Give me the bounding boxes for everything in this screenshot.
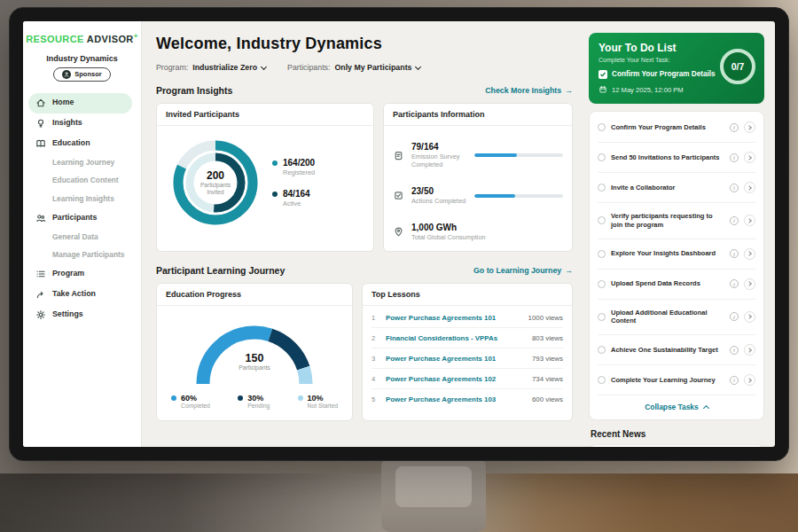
info-icon[interactable]: i <box>730 216 739 225</box>
info-icon[interactable]: i <box>730 346 739 355</box>
sidebar-item-education-content[interactable]: Education Content <box>23 172 141 190</box>
info-icon[interactable]: i <box>730 184 739 192</box>
insights-icon <box>35 118 46 129</box>
chevron-right-icon[interactable] <box>744 278 755 290</box>
task-row-upload-spend-data-records[interactable]: Upload Spend Data Recordsi <box>598 270 755 300</box>
sidebar-item-take-action[interactable]: Take Action <box>23 285 141 305</box>
task-row-explore-your-insights-dashboard[interactable]: Explore Your Insights Dashboardi <box>598 239 755 270</box>
filter-dropdown-program[interactable]: Industrialize Zero <box>192 63 266 72</box>
legend-dot <box>272 192 278 197</box>
arrow-right-icon: → <box>565 266 573 275</box>
donut-center-label: Participants Invited <box>192 182 239 197</box>
info-icon[interactable]: i <box>730 376 739 385</box>
chevron-right-icon[interactable] <box>744 344 755 356</box>
task-row-achieve-one-sustainability-target[interactable]: Achieve One Sustainability Targeti <box>598 335 755 365</box>
lesson-views: 793 views <box>532 355 563 363</box>
sidebar-item-label: Manage Participants <box>52 251 124 259</box>
todo-task-list-card: Confirm Your Program DetailsiSend 50 Inv… <box>589 111 764 420</box>
task-checkbox[interactable] <box>598 153 606 161</box>
recent-news-card-partial <box>589 444 764 447</box>
task-row-invite-a-collaborator[interactable]: Invite a Collaboratori <box>598 173 755 203</box>
legend-item-not-started: 10%Not Started <box>298 394 338 409</box>
info-icon[interactable]: i <box>730 153 739 162</box>
task-label: Explore Your Insights Dashboard <box>611 249 724 258</box>
checkbox-icon[interactable] <box>598 70 607 79</box>
todo-due-date: 12 May 2025, 12:00 PM <box>598 85 755 94</box>
task-label: Complete Your Learning Journey <box>611 376 724 385</box>
task-label: Send 50 Invitations to Participants <box>611 153 724 162</box>
chevron-right-icon[interactable] <box>744 311 755 323</box>
sidebar-item-general-data[interactable]: General Data <box>23 228 141 246</box>
info-icon[interactable]: i <box>730 123 739 132</box>
task-checkbox[interactable] <box>598 313 606 321</box>
section-title-program-insights: Program Insights <box>156 85 232 96</box>
todo-next-task[interactable]: Confirm Your Program Details <box>598 70 719 79</box>
legend-dot <box>272 160 278 166</box>
task-checkbox[interactable] <box>598 346 606 354</box>
participants-information-card: Participants Information 79/164Emission … <box>383 103 573 252</box>
lesson-link[interactable]: Power Purchase Agreements 101 <box>386 314 522 322</box>
chevron-right-icon[interactable] <box>744 121 755 133</box>
chevron-right-icon[interactable] <box>744 152 755 163</box>
sidebar-item-label: Learning Journey <box>52 159 114 167</box>
collapse-tasks-button[interactable]: Collapse Tasks <box>598 395 755 419</box>
task-label: Confirm Your Program Details <box>611 123 724 132</box>
lesson-row: 1Power Purchase Agreements 1011000 views <box>372 308 563 328</box>
take-action-icon <box>35 289 46 300</box>
task-row-send-50-invitations-to-participants[interactable]: Send 50 Invitations to Participantsi <box>598 143 755 173</box>
task-checkbox[interactable] <box>598 216 606 224</box>
lesson-views: 734 views <box>532 375 563 383</box>
lesson-views: 600 views <box>532 395 563 403</box>
legend-item-registered: 164/200Registered <box>272 158 315 176</box>
task-checkbox[interactable] <box>598 280 606 288</box>
lesson-views: 803 views <box>532 334 563 342</box>
sidebar-item-participants[interactable]: Participants <box>23 207 141 228</box>
monitor-stand <box>381 458 486 532</box>
sidebar-item-settings[interactable]: Settings <box>23 305 141 325</box>
task-checkbox[interactable] <box>598 376 606 384</box>
todo-panel: Your To Do List Complete Your Next Task:… <box>583 21 775 447</box>
task-checkbox[interactable] <box>598 250 606 258</box>
info-icon[interactable]: i <box>730 249 739 258</box>
task-row-complete-your-learning-journey[interactable]: Complete Your Learning Journeyi <box>598 365 755 395</box>
task-row-verify-participants-requesting-to-join-the-program[interactable]: Verify participants requesting to join t… <box>598 203 755 239</box>
go-to-learning-journey-link[interactable]: Go to Learning Journey → <box>473 266 573 275</box>
sidebar-item-program[interactable]: Program <box>23 264 141 285</box>
task-row-confirm-your-program-details[interactable]: Confirm Your Program Detailsi <box>598 113 755 143</box>
progress-bar <box>474 153 563 157</box>
chevron-right-icon[interactable] <box>744 248 755 260</box>
invited-legend: 164/200Registered84/164Active <box>272 158 315 207</box>
sidebar-item-education[interactable]: Education <box>23 134 141 154</box>
chevron-right-icon[interactable] <box>744 374 755 386</box>
progress-bar <box>474 194 563 198</box>
program-insights-section: Program Insights Check More Insights → <box>156 85 573 96</box>
sidebar-item-label: Learning Insights <box>52 195 114 203</box>
sidebar-item-home[interactable]: Home <box>28 93 132 113</box>
lesson-link[interactable]: Power Purchase Agreements 102 <box>386 375 526 383</box>
checklist-icon <box>393 190 404 201</box>
info-icon[interactable]: i <box>730 312 739 321</box>
education-progress-card: Education Progress 150 Participants 60%C… <box>156 283 353 421</box>
task-list: Confirm Your Program DetailsiSend 50 Inv… <box>598 113 755 395</box>
brand-logo: RESOURCE ADVISOR+ <box>26 32 138 44</box>
sponsor-badge[interactable]: Sponsor <box>53 67 110 82</box>
lesson-rank: 1 <box>372 314 379 322</box>
task-checkbox[interactable] <box>598 123 606 131</box>
task-row-upload-additional-educational-content[interactable]: Upload Additional Educational Contenti <box>598 300 755 336</box>
lesson-rank: 5 <box>372 395 379 403</box>
lesson-link[interactable]: Power Purchase Agreements 101 <box>386 355 526 363</box>
lesson-link[interactable]: Financial Considerations - VPPAs <box>386 334 526 342</box>
sidebar-item-manage-participants[interactable]: Manage Participants <box>23 246 141 264</box>
lesson-link[interactable]: Power Purchase Agreements 103 <box>386 395 526 403</box>
sidebar-item-learning-insights[interactable]: Learning Insights <box>23 190 141 207</box>
filter-dropdown-participants[interactable]: Only My Participants <box>334 63 420 72</box>
task-checkbox[interactable] <box>598 184 606 192</box>
education-icon <box>35 138 46 149</box>
participants-icon <box>35 213 46 223</box>
info-icon[interactable]: i <box>730 279 739 288</box>
check-more-insights-link[interactable]: Check More Insights → <box>485 86 573 95</box>
sidebar-item-learning-journey[interactable]: Learning Journey <box>23 154 141 172</box>
chevron-right-icon[interactable] <box>744 182 755 193</box>
chevron-right-icon[interactable] <box>744 215 755 226</box>
sidebar-item-insights[interactable]: Insights <box>23 113 141 134</box>
